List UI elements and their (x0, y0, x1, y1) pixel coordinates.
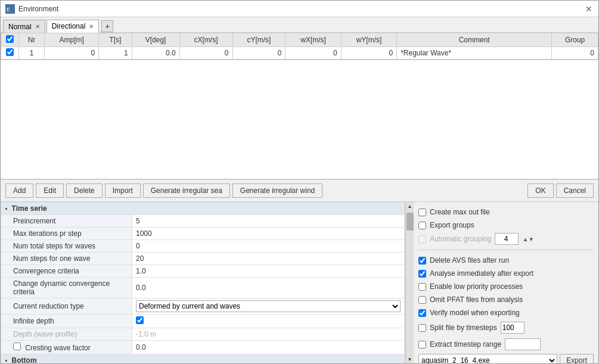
analyse-immediately-row: Analyse immediately after export (418, 268, 594, 279)
infinite-depth-cell[interactable] (132, 315, 405, 328)
create-max-out-row: Create max out file (418, 207, 594, 217)
row-comment: *Regular Wave* (397, 47, 552, 60)
current-reduction-dropdown[interactable]: Deformed by current and waves (136, 300, 401, 312)
export-dropdown[interactable]: aquasim_2_16_4.exe (418, 354, 557, 363)
current-reduction-value[interactable]: Deformed by current and waves (132, 298, 405, 315)
create-max-out-checkbox[interactable] (418, 209, 426, 216)
col-header-check (1, 33, 19, 47)
table-empty-area (1, 60, 598, 179)
generate-irregular-sea-button[interactable]: Generate irregular sea (143, 183, 230, 198)
separator-1 (418, 250, 594, 250)
split-file-label: Split file by timesteps (430, 323, 497, 332)
tab-directional[interactable]: Directional ✕ (46, 20, 100, 33)
select-all-checkbox[interactable] (6, 35, 14, 43)
export-groups-label: Export groups (430, 221, 474, 229)
title-bar: E Environment ✕ (1, 1, 598, 17)
prop-row-preincrement: Preincrement 5 (1, 215, 405, 228)
num-steps-one-wave-label: Num steps for one wave (1, 253, 132, 265)
row-wy: 0 (341, 47, 396, 60)
row-v: 0.0 (132, 47, 179, 60)
col-header-wx: wX[m/s] (285, 33, 341, 47)
cancel-button[interactable]: Cancel (556, 183, 594, 198)
ok-button[interactable]: OK (527, 183, 553, 198)
change-dynamic-value[interactable]: 0.0 (132, 278, 405, 298)
row-checkbox[interactable] (6, 48, 14, 56)
split-file-row: Split file by timesteps (418, 321, 594, 335)
title-bar-left: E Environment (5, 4, 58, 14)
prop-row-current-reduction: Current reduction type Deformed by curre… (1, 298, 405, 315)
cresting-wave-value[interactable]: 0.0 (132, 341, 405, 354)
tab-directional-close[interactable]: ✕ (89, 23, 94, 30)
bottom-collapse-icon[interactable]: ▪ (5, 356, 7, 363)
col-header-t: T[s] (99, 33, 132, 47)
analyse-immediately-checkbox[interactable] (418, 270, 426, 278)
section-bottom-label: ▪ Bottom (1, 354, 405, 364)
scroll-down-arrow[interactable]: ▼ (406, 355, 414, 363)
window-close-button[interactable]: ✕ (584, 4, 594, 14)
tab-normal-close[interactable]: ✕ (35, 23, 40, 30)
automatic-grouping-value[interactable] (495, 233, 519, 245)
infinite-depth-checkbox[interactable] (136, 316, 144, 324)
export-button[interactable]: Export (560, 354, 594, 363)
add-button[interactable]: Add (5, 183, 33, 198)
split-file-value[interactable] (501, 322, 524, 334)
convergence-value[interactable]: 1.0 (132, 265, 405, 278)
max-iter-label: Max iterations pr step (1, 228, 132, 240)
current-reduction-label: Current reduction type (1, 298, 132, 315)
delete-button[interactable]: Delete (66, 183, 103, 198)
cresting-wave-checkbox[interactable] (13, 343, 21, 350)
num-total-steps-label: Num total steps for waves (1, 240, 132, 253)
extract-timestep-checkbox[interactable] (418, 341, 426, 349)
extract-timestep-value[interactable] (505, 338, 541, 350)
delete-avs-checkbox[interactable] (418, 257, 426, 265)
max-iter-value[interactable]: 1000 (132, 228, 405, 240)
edit-button[interactable]: Edit (36, 183, 64, 198)
delete-avs-row: Delete AVS files after run (418, 255, 594, 266)
num-total-steps-value[interactable]: 0 (132, 240, 405, 253)
left-panel-scrollbar[interactable]: ▲ ▼ (405, 202, 414, 363)
export-groups-checkbox[interactable] (418, 222, 426, 229)
num-steps-one-wave-value[interactable]: 20 (132, 253, 405, 265)
row-amp: 0 (45, 47, 99, 60)
extract-timestep-label: Extract timestep range (430, 340, 501, 349)
auto-grouping-row: Automatic grouping ▲▼ (418, 233, 594, 245)
right-panel: Create max out file Export groups Automa… (414, 202, 598, 363)
export-groups-row: Export groups (418, 220, 594, 231)
row-cx: 0 (179, 47, 232, 60)
verify-model-checkbox[interactable] (418, 309, 426, 317)
infinite-depth-label: Infinite depth (1, 315, 132, 328)
col-header-v: V[deg] (132, 33, 179, 47)
depth-value: -1.0 m (132, 328, 405, 341)
spin-arrows[interactable]: ▲▼ (522, 236, 534, 242)
tab-add-button[interactable]: + (101, 20, 113, 32)
row-group: 0 (552, 47, 598, 60)
col-header-cx: cX[m/s] (179, 33, 232, 47)
split-file-checkbox[interactable] (418, 324, 426, 332)
generate-irregular-wind-button[interactable]: Generate irregular wind (232, 183, 322, 198)
tab-directional-label: Directional (52, 22, 86, 30)
scroll-thumb[interactable] (406, 213, 414, 231)
section-bottom: ▪ Bottom (1, 354, 405, 364)
row-nr: 1 (19, 47, 45, 60)
enable-low-priority-label: Enable low priority processes (430, 282, 523, 291)
extract-timestep-row: Extract timestep range (418, 337, 594, 351)
tab-normal[interactable]: Normal ✕ (3, 20, 45, 33)
collapse-icon[interactable]: ▪ (5, 204, 7, 213)
col-header-amp: Amp[m] (45, 33, 99, 47)
omit-pfat-checkbox[interactable] (418, 296, 426, 304)
svg-text:E: E (7, 7, 10, 13)
scroll-up-arrow[interactable]: ▲ (406, 202, 414, 210)
preincrement-value[interactable]: 5 (132, 215, 405, 228)
wave-table: Nr Amp[m] T[s] V[deg] cX[m/s] cY[m/s] wX… (1, 33, 598, 60)
convergence-label: Convergence criteria (1, 265, 132, 278)
prop-row-num-total-steps: Num total steps for waves 0 (1, 240, 405, 253)
import-button[interactable]: Import (105, 183, 141, 198)
wave-table-container: Nr Amp[m] T[s] V[deg] cX[m/s] cY[m/s] wX… (1, 33, 598, 60)
automatic-grouping-checkbox (418, 235, 426, 243)
prop-row-infinite-depth: Infinite depth (1, 315, 405, 328)
enable-low-priority-checkbox[interactable] (418, 283, 426, 291)
row-check-cell[interactable] (1, 47, 19, 60)
row-wx: 0 (285, 47, 341, 60)
prop-row-depth: Depth (wave profile) -1.0 m (1, 328, 405, 341)
verify-model-label: Verify model when exporting (430, 309, 520, 317)
